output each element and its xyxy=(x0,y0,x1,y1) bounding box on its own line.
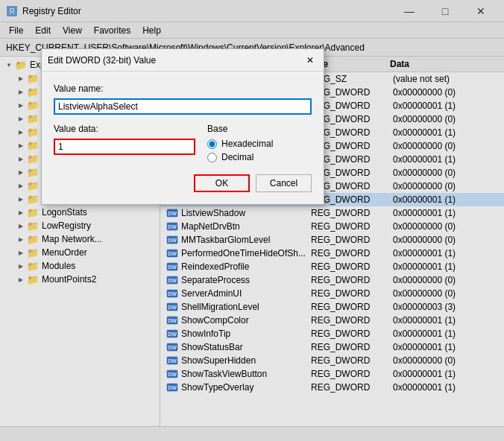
radio-hexadecimal[interactable]: Hexadecimal xyxy=(207,139,312,149)
ok-button[interactable]: OK xyxy=(194,174,250,192)
dialog-close-button[interactable]: ✕ xyxy=(303,53,318,68)
dialog-body: Value name: Value data: Base Hexadecimal… xyxy=(42,72,324,204)
cancel-button[interactable]: Cancel xyxy=(256,174,312,192)
base-label: Base xyxy=(207,124,312,134)
value-name-label: Value name: xyxy=(54,83,312,94)
dialog-data-row: Value data: Base Hexadecimal Decimal xyxy=(54,124,312,162)
radio-dec-label: Decimal xyxy=(221,152,253,162)
radio-dec-input[interactable] xyxy=(207,153,217,162)
value-data-box: Value data: xyxy=(54,124,195,162)
radio-decimal[interactable]: Decimal xyxy=(207,152,312,162)
dialog-titlebar: Edit DWORD (32-bit) Value ✕ xyxy=(42,49,324,72)
radio-hex-input[interactable] xyxy=(207,139,217,149)
edit-dword-dialog: Edit DWORD (32-bit) Value ✕ Value name: … xyxy=(41,48,324,205)
radio-group: Hexadecimal Decimal xyxy=(207,139,312,162)
base-box: Base Hexadecimal Decimal xyxy=(207,124,312,162)
radio-hex-label: Hexadecimal xyxy=(221,139,273,149)
dialog-buttons: OK Cancel xyxy=(54,174,312,192)
dialog-title: Edit DWORD (32-bit) Value xyxy=(48,55,156,66)
value-name-input[interactable] xyxy=(54,98,312,115)
value-data-label: Value data: xyxy=(54,124,195,134)
value-data-input[interactable] xyxy=(54,139,195,155)
